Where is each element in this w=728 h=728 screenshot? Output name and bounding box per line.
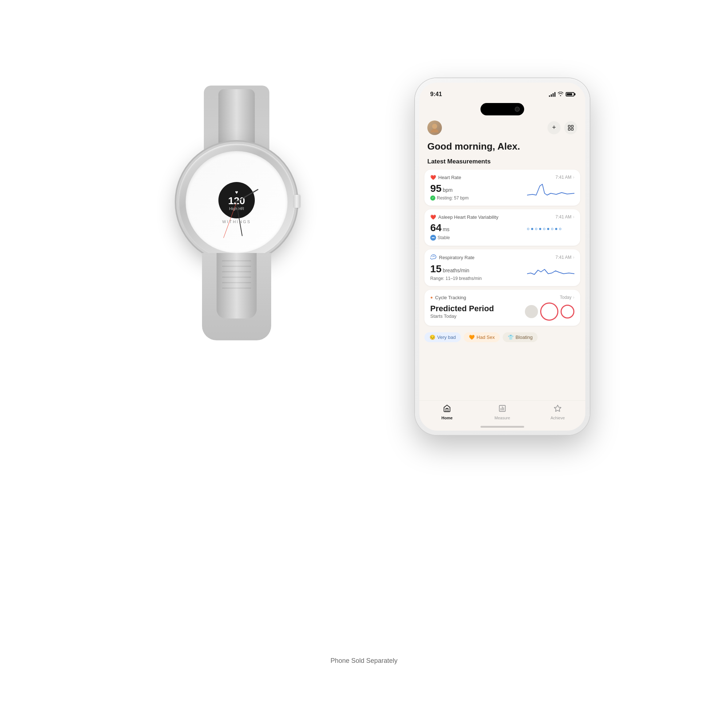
status-bar: 9:41 <box>419 83 585 101</box>
card-info: 95 bpm ✓ Resting: 57 bpm <box>430 183 527 200</box>
wifi-icon <box>558 91 563 97</box>
signal-bar-4 <box>554 92 555 97</box>
very-bad-emoji: 😔 <box>430 335 435 340</box>
hrv-chevron-icon: › <box>573 214 574 219</box>
nav-measure[interactable]: Measure <box>475 404 530 420</box>
hrv-card[interactable]: ❤️ Asleep Heart Rate Variability 7:41 AM… <box>424 209 580 246</box>
hrv-dots <box>527 222 574 230</box>
hrv-dot <box>559 228 561 230</box>
heart-rate-subtitle: ✓ Resting: 57 bpm <box>430 196 527 200</box>
hrv-dot <box>551 228 553 230</box>
hrv-card-title: ❤️ Asleep Heart Rate Variability <box>430 214 498 220</box>
strap-line <box>222 271 251 272</box>
watch-crown <box>294 195 300 208</box>
hour-hand <box>236 188 258 202</box>
minute-hand <box>236 202 242 236</box>
respiratory-chart <box>527 263 574 281</box>
cycle-time-label: Today <box>560 295 572 300</box>
bottom-nav: Home Measure <box>419 401 585 426</box>
app-content[interactable]: + <box>419 118 585 401</box>
strap-bottom <box>202 253 271 340</box>
battery-fill <box>567 93 572 95</box>
cycle-small-circle <box>561 305 574 318</box>
achieve-icon <box>554 404 562 414</box>
tag-very-bad[interactable]: 😔 Very bad <box>424 332 461 342</box>
watch-face: // Will be rendered by template below ♥ … <box>186 151 288 253</box>
strap-line <box>222 266 251 267</box>
user-avatar[interactable] <box>427 121 442 135</box>
tag-bloating[interactable]: 👕 Bloating <box>503 332 538 342</box>
had-sex-emoji: 🧡 <box>469 335 475 340</box>
watch-brand-label: WITHINGS <box>222 219 251 224</box>
nav-home[interactable]: Home <box>419 404 475 420</box>
hrv-unit: ms <box>443 226 450 232</box>
hrv-card-body: 64 ms Stable <box>430 222 574 241</box>
strap-line <box>222 277 251 278</box>
add-button[interactable]: + <box>548 121 561 134</box>
heart-rate-card[interactable]: ❤️ Heart Rate 7:41 AM › 95 <box>424 170 580 206</box>
respiratory-value: 15 breaths/min <box>430 263 527 275</box>
hrv-info: 64 ms Stable <box>430 222 527 241</box>
cycle-info: Predicted Period Starts Today <box>430 304 525 319</box>
hrv-dot <box>543 228 545 230</box>
greeting-text: Good morning, Alex. <box>427 141 577 152</box>
watch: // Will be rendered by template below ♥ … <box>131 86 342 340</box>
status-icons <box>549 91 574 97</box>
respiratory-unit: breaths/min <box>443 268 469 273</box>
signal-bars-icon <box>549 92 555 97</box>
phone-body: 9:41 <box>415 78 590 435</box>
hrv-time: 7:41 AM <box>555 214 572 219</box>
heart-rate-value: 95 bpm <box>430 183 527 194</box>
hrv-dot <box>539 228 541 230</box>
strap-line <box>222 282 251 283</box>
cycle-tracking-label: Cycle Tracking <box>435 295 466 300</box>
signal-bar-2 <box>551 94 552 97</box>
watch-hands <box>186 151 288 253</box>
measure-icon <box>498 404 506 414</box>
respiratory-icon <box>430 254 437 261</box>
respiratory-title-text: Respiratory Rate <box>439 255 475 260</box>
cycle-large-circle <box>540 303 558 321</box>
home-label: Home <box>442 416 453 420</box>
hrv-dot <box>535 228 537 230</box>
respiratory-card[interactable]: Respiratory Rate 7:41 AM › 15 <box>424 249 580 286</box>
svg-rect-1 <box>568 125 570 127</box>
respiratory-subtitle: Range: 11–19 breaths/min <box>430 276 527 281</box>
hrv-chart <box>527 222 574 241</box>
chevron-right-icon: › <box>573 175 574 180</box>
cycle-chevron-icon: › <box>573 295 574 300</box>
bloating-emoji: 👕 <box>508 335 514 340</box>
strap-line <box>222 288 251 289</box>
stable-icon <box>430 235 436 241</box>
heart-rate-chart <box>527 182 574 200</box>
nav-achieve[interactable]: Achieve <box>530 404 585 420</box>
hrv-subtitle: Stable <box>430 235 527 241</box>
hrv-card-header: ❤️ Asleep Heart Rate Variability 7:41 AM… <box>430 214 574 220</box>
svg-rect-3 <box>568 128 570 130</box>
predicted-period-title: Predicted Period <box>430 304 525 314</box>
card-body: 95 bpm ✓ Resting: 57 bpm <box>430 182 574 200</box>
svg-rect-2 <box>572 125 573 127</box>
cycle-tracking-card[interactable]: ● Cycle Tracking Today › Predicted Perio… <box>424 290 580 326</box>
svg-rect-4 <box>572 128 573 130</box>
signal-bar-3 <box>552 93 554 97</box>
resting-status-icon: ✓ <box>430 196 435 200</box>
svg-point-0 <box>432 124 437 129</box>
hrv-value: 64 ms <box>430 222 527 234</box>
card-title: ❤️ Heart Rate <box>430 175 461 180</box>
settings-button[interactable] <box>564 121 577 134</box>
tag-had-sex[interactable]: 🧡 Had Sex <box>464 332 500 342</box>
hrv-icon: ❤️ <box>430 214 436 220</box>
respiratory-number: 15 <box>430 263 442 275</box>
resting-label: Resting: 57 bpm <box>437 196 468 200</box>
hrv-number: 64 <box>430 222 442 234</box>
stable-label: Stable <box>437 235 450 240</box>
bloating-label: Bloating <box>515 335 532 340</box>
cycle-time-group: Today › <box>560 295 574 300</box>
heart-rate-unit: bpm <box>443 187 453 193</box>
caption: Phone Sold Separately <box>330 657 398 665</box>
heart-rate-time: 7:41 AM <box>555 175 572 180</box>
cycle-subtitle: Starts Today <box>430 314 525 319</box>
home-indicator <box>419 426 585 431</box>
home-indicator-bar <box>480 426 524 428</box>
